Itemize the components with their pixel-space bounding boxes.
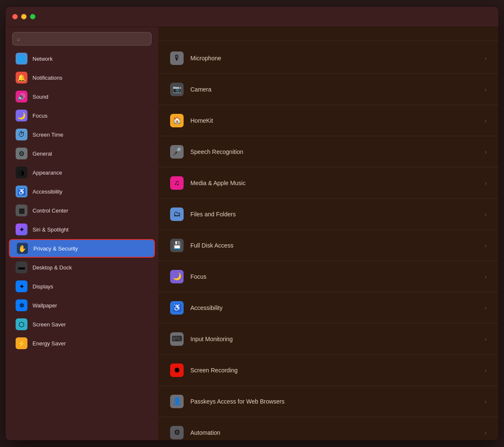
list-item-focus[interactable]: 🌙Focus›	[158, 261, 499, 292]
sidebar-item-siri-spotlight[interactable]: ✦Siri & Spotlight	[9, 220, 155, 239]
list-item-camera[interactable]: 📷Camera›	[158, 74, 499, 105]
list-label-full-disk-access: Full Disk Access	[190, 242, 478, 249]
list-label-camera: Camera	[190, 86, 478, 93]
minimize-button[interactable]	[21, 14, 27, 19]
siri-spotlight-icon: ✦	[16, 224, 27, 235]
sidebar-item-energy-saver[interactable]: ⚡Energy Saver	[9, 334, 155, 353]
traffic-lights	[12, 14, 35, 19]
search-container: ⌕	[5, 27, 158, 49]
sidebar-label-screen-time: Screen Time	[33, 132, 63, 138]
list-item-screen-recording[interactable]: ⏺Screen Recording›	[158, 355, 499, 386]
wallpaper-icon: ❄	[16, 299, 27, 311]
media-apple-music-list-icon: ♫	[170, 176, 184, 190]
camera-chevron-icon: ›	[485, 86, 487, 93]
sidebar-item-displays[interactable]: ✦Displays	[9, 277, 155, 296]
search-box[interactable]: ⌕	[12, 32, 152, 46]
sound-icon: 🔊	[16, 91, 27, 102]
close-button[interactable]	[12, 14, 18, 19]
list-label-files-folders: Files and Folders	[190, 211, 478, 218]
camera-list-icon: 📷	[170, 83, 184, 96]
sidebar-item-sound[interactable]: 🔊Sound	[9, 87, 155, 106]
list-label-homekit: HomeKit	[190, 117, 478, 124]
list-item-automation[interactable]: ⚙Automation›	[158, 417, 499, 440]
sidebar-label-accessibility: Accessibility	[33, 188, 62, 195]
sidebar-item-control-center[interactable]: ▦Control Center	[9, 201, 155, 220]
passkeys-web-browsers-chevron-icon: ›	[485, 398, 487, 405]
list-label-automation: Automation	[190, 429, 478, 436]
sidebar-item-screen-time[interactable]: ⏱Screen Time	[9, 125, 155, 144]
list-label-focus: Focus	[190, 273, 478, 280]
content-list: 🎙Microphone›📷Camera›🏠HomeKit›🎤Speech Rec…	[158, 41, 499, 440]
sidebar-item-screen-saver[interactable]: ⬡Screen Saver	[9, 315, 155, 334]
main-layout: ⌕ 🌐Network🔔Notifications🔊Sound🌙Focus⏱Scr…	[5, 27, 499, 440]
screen-saver-icon: ⬡	[16, 318, 27, 330]
sidebar-item-privacy-security[interactable]: ✋Privacy & Security	[9, 239, 155, 258]
list-label-media-apple-music: Media & Apple Music	[190, 180, 478, 186]
list-label-passkeys-web-browsers: Passkeys Access for Web Browsers	[190, 398, 478, 405]
sidebar-item-desktop-dock[interactable]: ▬Desktop & Dock	[9, 258, 155, 277]
sidebar-label-focus: Focus	[33, 113, 47, 119]
energy-saver-icon: ⚡	[16, 337, 27, 349]
list-label-screen-recording: Screen Recording	[190, 367, 478, 374]
sidebar-label-energy-saver: Energy Saver	[33, 340, 66, 347]
list-label-accessibility: Accessibility	[190, 304, 478, 311]
privacy-security-icon: ✋	[16, 242, 28, 254]
general-icon: ⚙	[16, 148, 27, 159]
sidebar-label-network: Network	[33, 56, 53, 62]
content-panel: 🎙Microphone›📷Camera›🏠HomeKit›🎤Speech Rec…	[158, 27, 499, 440]
focus-chevron-icon: ›	[485, 273, 487, 280]
sidebar: ⌕ 🌐Network🔔Notifications🔊Sound🌙Focus⏱Scr…	[5, 27, 158, 440]
microphone-list-icon: 🎙	[170, 51, 184, 65]
focus-icon: 🌙	[16, 110, 27, 121]
list-label-microphone: Microphone	[190, 55, 478, 62]
speech-recognition-chevron-icon: ›	[485, 148, 487, 155]
title-bar	[5, 7, 499, 27]
control-center-icon: ▦	[16, 205, 27, 216]
speech-recognition-list-icon: 🎤	[170, 145, 184, 159]
sidebar-label-privacy-security: Privacy & Security	[33, 245, 78, 252]
sidebar-item-network[interactable]: 🌐Network	[9, 49, 155, 68]
sidebar-item-appearance[interactable]: ◑Appearance	[9, 163, 155, 182]
sidebar-item-focus[interactable]: 🌙Focus	[9, 106, 155, 125]
sidebar-item-accessibility[interactable]: ♿Accessibility	[9, 182, 155, 201]
sidebar-label-siri-spotlight: Siri & Spotlight	[33, 226, 68, 233]
passkeys-web-browsers-list-icon: 👤	[170, 395, 184, 408]
list-item-speech-recognition[interactable]: 🎤Speech Recognition›	[158, 136, 499, 167]
appearance-icon: ◑	[16, 167, 27, 178]
sidebar-label-general: General	[33, 151, 52, 157]
displays-icon: ✦	[16, 280, 27, 292]
focus-list-icon: 🌙	[170, 270, 184, 283]
list-item-input-monitoring[interactable]: ⌨Input Monitoring›	[158, 323, 499, 355]
files-folders-chevron-icon: ›	[485, 211, 487, 218]
sidebar-label-displays: Displays	[33, 283, 53, 290]
automation-list-icon: ⚙	[170, 426, 184, 439]
sidebar-label-wallpaper: Wallpaper	[33, 302, 57, 309]
sidebar-item-notifications[interactable]: 🔔Notifications	[9, 68, 155, 87]
screen-time-icon: ⏱	[16, 129, 27, 140]
desktop-dock-icon: ▬	[16, 261, 27, 273]
list-item-media-apple-music[interactable]: ♫Media & Apple Music›	[158, 167, 499, 199]
media-apple-music-chevron-icon: ›	[485, 180, 487, 186]
content-header	[158, 27, 499, 41]
list-item-full-disk-access[interactable]: 💾Full Disk Access›	[158, 230, 499, 261]
files-folders-list-icon: 🗂	[170, 207, 184, 221]
homekit-list-icon: 🏠	[170, 114, 184, 127]
main-window: ⌕ 🌐Network🔔Notifications🔊Sound🌙Focus⏱Scr…	[5, 6, 499, 441]
list-item-accessibility[interactable]: ♿Accessibility›	[158, 292, 499, 323]
list-item-homekit[interactable]: 🏠HomeKit›	[158, 105, 499, 136]
accessibility-list-icon: ♿	[170, 301, 184, 315]
search-icon: ⌕	[17, 36, 20, 42]
accessibility-chevron-icon: ›	[485, 304, 487, 311]
screen-recording-chevron-icon: ›	[485, 367, 487, 374]
list-label-input-monitoring: Input Monitoring	[190, 336, 478, 342]
list-item-passkeys-web-browsers[interactable]: 👤Passkeys Access for Web Browsers›	[158, 386, 499, 417]
sidebar-item-general[interactable]: ⚙General	[9, 144, 155, 163]
sidebar-items: 🌐Network🔔Notifications🔊Sound🌙Focus⏱Scree…	[5, 49, 158, 353]
microphone-chevron-icon: ›	[485, 55, 487, 62]
notifications-icon: 🔔	[16, 72, 27, 83]
screen-recording-list-icon: ⏺	[170, 364, 184, 377]
list-item-microphone[interactable]: 🎙Microphone›	[158, 43, 499, 74]
sidebar-item-wallpaper[interactable]: ❄Wallpaper	[9, 296, 155, 315]
list-item-files-folders[interactable]: 🗂Files and Folders›	[158, 199, 499, 230]
maximize-button[interactable]	[30, 14, 35, 19]
